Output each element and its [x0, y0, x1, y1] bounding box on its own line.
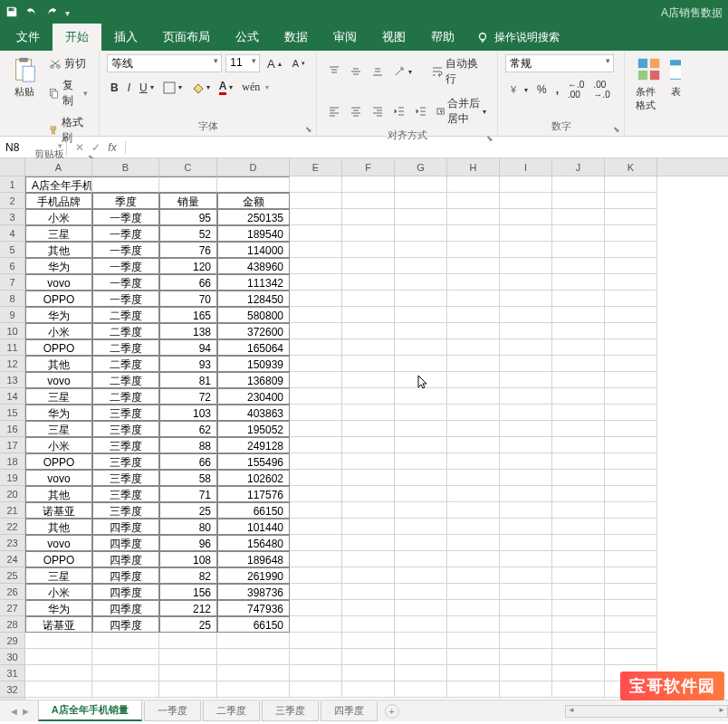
cell[interactable] [290, 616, 342, 633]
cell[interactable] [605, 258, 657, 274]
cell[interactable]: 二季度 [92, 372, 159, 388]
align-top-button[interactable] [324, 63, 344, 80]
cell[interactable]: 117576 [217, 486, 290, 502]
cell[interactable]: 212 [159, 600, 217, 616]
cell[interactable] [605, 339, 657, 356]
cell[interactable] [552, 242, 605, 258]
cell[interactable] [92, 681, 159, 698]
cell[interactable]: 195052 [217, 421, 290, 437]
cell[interactable]: OPPO [25, 291, 92, 307]
cell[interactable] [447, 633, 500, 649]
cell[interactable] [500, 486, 552, 502]
cell[interactable] [395, 291, 447, 307]
cell[interactable] [500, 291, 552, 307]
col-header[interactable]: E [290, 158, 342, 176]
cell[interactable] [395, 584, 447, 600]
cell[interactable]: 80 [159, 519, 217, 535]
tell-me[interactable]: 操作说明搜索 [476, 30, 560, 51]
row-header[interactable]: 11 [0, 339, 24, 356]
cell[interactable] [500, 405, 552, 421]
col-header[interactable]: K [605, 158, 657, 176]
cell[interactable] [500, 323, 552, 339]
qat-more-icon[interactable]: ▾ [65, 8, 70, 18]
cell[interactable] [159, 176, 217, 193]
cell[interactable]: 华为 [25, 258, 92, 274]
cell[interactable] [342, 274, 395, 291]
cell[interactable] [342, 437, 395, 453]
cell[interactable] [290, 470, 342, 486]
row-header[interactable]: 29 [0, 633, 24, 649]
cell[interactable] [447, 551, 500, 567]
fx-icon[interactable]: fx [105, 141, 120, 154]
cell[interactable] [290, 681, 342, 698]
cell[interactable] [25, 633, 92, 649]
cell[interactable] [500, 600, 552, 616]
cell[interactable] [500, 584, 552, 600]
cell[interactable]: 季度 [92, 193, 159, 209]
cell[interactable]: 二季度 [92, 388, 159, 405]
cell[interactable] [92, 633, 159, 649]
row-header[interactable]: 13 [0, 372, 24, 388]
cell[interactable] [395, 307, 447, 323]
cell[interactable] [605, 209, 657, 225]
cell[interactable] [552, 209, 605, 225]
cell[interactable] [395, 486, 447, 502]
cell[interactable]: 四季度 [92, 519, 159, 535]
bold-button[interactable]: B [107, 80, 122, 96]
row-header[interactable]: 21 [0, 502, 24, 519]
cell[interactable] [342, 470, 395, 486]
formula-input[interactable] [126, 146, 728, 149]
cell[interactable] [500, 176, 552, 193]
cell[interactable]: 二季度 [92, 339, 159, 356]
cell[interactable] [342, 176, 395, 193]
cell[interactable] [552, 258, 605, 274]
cell[interactable] [159, 665, 217, 681]
cell[interactable] [447, 470, 500, 486]
cell[interactable] [342, 551, 395, 567]
cell[interactable] [290, 209, 342, 225]
cell[interactable] [447, 339, 500, 356]
cell[interactable]: 250135 [217, 209, 290, 225]
cell[interactable]: 230400 [217, 388, 290, 405]
cell[interactable] [342, 616, 395, 633]
cell[interactable] [605, 453, 657, 470]
cell[interactable] [447, 567, 500, 584]
col-header[interactable]: B [92, 158, 159, 176]
cell[interactable] [290, 437, 342, 453]
cell[interactable] [447, 258, 500, 274]
cell[interactable]: 其他 [25, 486, 92, 502]
cell[interactable] [447, 291, 500, 307]
cell[interactable] [290, 502, 342, 519]
cell[interactable]: 72 [159, 388, 217, 405]
cell[interactable] [605, 421, 657, 437]
cell[interactable] [605, 633, 657, 649]
cell[interactable] [552, 307, 605, 323]
cell[interactable] [605, 584, 657, 600]
cell[interactable] [290, 193, 342, 209]
align-right-button[interactable] [368, 103, 388, 119]
cell[interactable] [552, 176, 605, 193]
cell[interactable] [500, 665, 552, 681]
cell[interactable] [395, 453, 447, 470]
cell[interactable]: 手机品牌 [25, 193, 92, 209]
cell[interactable] [395, 421, 447, 437]
cell[interactable]: 108 [159, 551, 217, 567]
row-header[interactable]: 19 [0, 470, 24, 486]
cell[interactable] [395, 437, 447, 453]
cell[interactable] [290, 388, 342, 405]
cell[interactable]: 一季度 [92, 291, 159, 307]
cell[interactable] [447, 176, 500, 193]
sheet-nav-next-icon[interactable]: ► [21, 706, 31, 717]
col-header[interactable]: I [500, 158, 552, 176]
cell[interactable] [395, 176, 447, 193]
cell[interactable]: vovo [25, 535, 92, 551]
cell[interactable]: 128450 [217, 291, 290, 307]
cell[interactable]: 小米 [25, 323, 92, 339]
cell[interactable] [290, 339, 342, 356]
sheet-tab[interactable]: 二季度 [203, 701, 260, 721]
cell[interactable]: vovo [25, 274, 92, 291]
cell[interactable]: vovo [25, 372, 92, 388]
cell[interactable]: 销量 [159, 193, 217, 209]
cell[interactable]: 四季度 [92, 551, 159, 567]
sheet-tab[interactable]: 一季度 [144, 701, 201, 721]
